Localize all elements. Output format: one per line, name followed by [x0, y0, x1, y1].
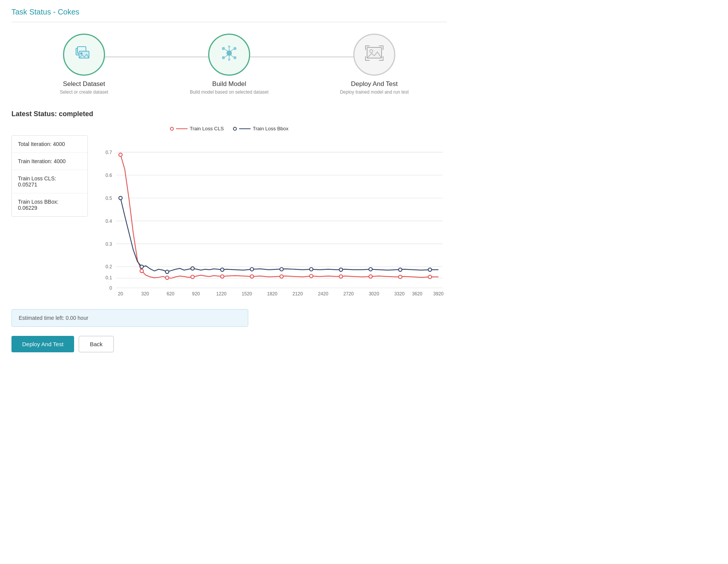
step-sublabel-deploy: Deploy trained model and run test [340, 89, 409, 95]
svg-rect-17 [367, 47, 382, 58]
svg-rect-2 [79, 51, 89, 58]
svg-point-72 [398, 268, 402, 271]
legend-dot-bbox [233, 127, 237, 131]
svg-point-69 [309, 267, 313, 271]
svg-point-66 [220, 268, 224, 271]
svg-point-71 [369, 267, 372, 271]
legend-bbox: Train Loss Bbox [233, 126, 288, 131]
legend-line-cls [176, 128, 188, 129]
svg-point-67 [250, 267, 254, 271]
svg-text:0.6: 0.6 [105, 173, 112, 178]
deploy-and-test-button[interactable]: Deploy And Test [11, 336, 74, 352]
svg-text:2120: 2120 [293, 291, 303, 296]
svg-text:920: 920 [192, 291, 200, 296]
stat-loss-bbox: Train Loss BBox:0.06229 [12, 193, 87, 216]
svg-text:3320: 3320 [394, 291, 404, 296]
svg-text:3020: 3020 [369, 291, 379, 296]
svg-line-12 [231, 55, 233, 57]
content-area: Total Iteration: 4000 Train Iteration: 4… [11, 135, 447, 298]
svg-text:1520: 1520 [242, 291, 252, 296]
stepper: Select Dataset Select or create dataset [11, 34, 447, 95]
svg-text:0.5: 0.5 [105, 196, 112, 201]
svg-point-3 [80, 52, 83, 55]
deploy-icon [364, 43, 385, 67]
svg-text:0.3: 0.3 [105, 241, 112, 247]
step-select-dataset: Select Dataset Select or create dataset [11, 34, 157, 95]
page-title: Task Status - Cokes [11, 8, 447, 22]
svg-point-70 [339, 268, 343, 271]
svg-text:3920: 3920 [433, 291, 443, 296]
svg-line-11 [225, 55, 228, 57]
chart-legend: Train Loss CLS Train Loss Bbox [11, 126, 447, 131]
svg-point-5 [222, 47, 225, 50]
svg-point-6 [233, 47, 236, 50]
step-label-dataset: Select Dataset [63, 80, 105, 88]
dataset-icon [74, 43, 94, 67]
step-circle-build-model [208, 34, 250, 76]
svg-point-59 [369, 275, 372, 278]
svg-text:0: 0 [110, 285, 112, 291]
step-sublabel-dataset: Select or create dataset [60, 89, 108, 95]
svg-point-13 [228, 45, 230, 48]
step-circle-deploy [353, 34, 395, 76]
step-deploy-test: Deploy And Test Deploy trained model and… [302, 34, 447, 95]
svg-text:0.7: 0.7 [105, 150, 112, 155]
svg-text:2720: 2720 [343, 291, 354, 296]
step-label-model: Build Model [212, 80, 246, 88]
legend-label-cls: Train Loss CLS [190, 126, 224, 131]
svg-line-10 [231, 49, 233, 51]
svg-text:0.2: 0.2 [105, 264, 112, 269]
button-row: Deploy And Test Back [11, 336, 447, 352]
svg-text:1220: 1220 [216, 291, 226, 296]
model-icon [219, 43, 239, 67]
svg-point-8 [233, 56, 236, 59]
svg-point-61 [428, 275, 432, 279]
loss-chart: 0.7 0.6 0.5 0.4 0.3 0.2 0.1 0 20 320 [99, 135, 447, 297]
stats-panel: Total Iteration: 4000 Train Iteration: 4… [11, 135, 88, 217]
svg-point-63 [140, 265, 144, 269]
svg-point-51 [140, 269, 144, 273]
svg-rect-19 [99, 135, 447, 297]
back-button[interactable]: Back [79, 336, 113, 352]
svg-text:20: 20 [118, 291, 123, 296]
svg-point-7 [222, 56, 225, 59]
svg-point-62 [119, 196, 122, 200]
stat-loss-cls: Train Loss CLS:0.05271 [12, 170, 87, 193]
svg-text:0.1: 0.1 [105, 275, 112, 280]
svg-point-73 [428, 268, 432, 271]
svg-point-58 [339, 275, 343, 278]
legend-label-bbox: Train Loss Bbox [253, 126, 288, 131]
svg-point-55 [250, 275, 254, 278]
svg-point-54 [220, 275, 224, 278]
svg-text:0.4: 0.4 [105, 219, 112, 224]
svg-point-64 [165, 270, 169, 274]
svg-point-57 [309, 274, 313, 278]
svg-point-56 [280, 275, 283, 278]
legend-line-bbox [239, 128, 251, 129]
legend-dot-cls [170, 127, 174, 131]
svg-point-53 [191, 275, 194, 279]
svg-line-9 [225, 49, 228, 51]
svg-point-68 [280, 267, 283, 271]
svg-text:1820: 1820 [267, 291, 277, 296]
svg-text:3620: 3620 [412, 291, 422, 296]
stat-total-iteration: Total Iteration: 4000 [12, 136, 87, 153]
svg-text:2420: 2420 [318, 291, 328, 296]
svg-text:620: 620 [167, 291, 175, 296]
step-label-deploy: Deploy And Test [351, 80, 398, 88]
estimated-time-box: Estimated time left: 0.00 hour [11, 309, 248, 327]
legend-cls: Train Loss CLS [170, 126, 224, 131]
chart-wrapper: 0.7 0.6 0.5 0.4 0.3 0.2 0.1 0 20 320 [99, 135, 447, 298]
step-sublabel-model: Build model based on selected dataset [190, 89, 269, 95]
svg-point-50 [119, 153, 122, 157]
svg-point-65 [191, 267, 194, 270]
svg-point-14 [228, 58, 230, 61]
step-build-model: Build Model Build model based on selecte… [157, 34, 302, 95]
step-circle-select-dataset [63, 34, 105, 76]
svg-point-52 [165, 276, 169, 279]
svg-point-60 [398, 275, 402, 279]
svg-text:320: 320 [141, 291, 149, 296]
stat-train-iteration: Train Iteration: 4000 [12, 153, 87, 170]
status-title: Latest Status: completed [11, 110, 447, 118]
